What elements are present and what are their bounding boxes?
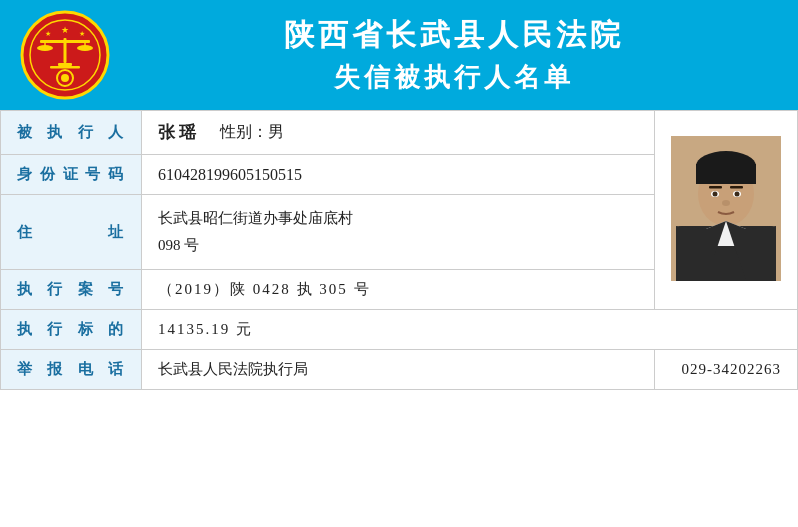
- id-value: 610428199605150515: [142, 155, 655, 195]
- case-label: 执 行 案 号: [1, 270, 142, 310]
- main-container: ★ ★ ★ 陕西省长武县人民法院 失信被执行人名单 被 执 行 人 张瑶 性别：…: [0, 0, 798, 390]
- photo-cell: [655, 111, 798, 310]
- court-logo: ★ ★ ★: [20, 10, 110, 100]
- person-photo: [671, 136, 781, 281]
- amount-label: 执 行 标 的: [1, 310, 142, 350]
- subject-label: 被 执 行 人: [1, 111, 142, 155]
- svg-rect-26: [730, 186, 743, 189]
- subject-name: 张瑶: [158, 121, 200, 144]
- svg-text:★: ★: [45, 30, 51, 38]
- svg-point-23: [713, 191, 718, 196]
- info-table: 被 执 行 人 张瑶 性别：男: [0, 110, 798, 390]
- header-title: 陕西省长武县人民法院 失信被执行人名单: [130, 15, 778, 95]
- svg-rect-25: [709, 186, 722, 189]
- list-title: 失信被执行人名单: [130, 60, 778, 95]
- report-row: 举 报 电 话 长武县人民法院执行局 029-34202263: [1, 350, 798, 390]
- subject-value: 张瑶 性别：男: [142, 111, 655, 155]
- svg-text:★: ★: [79, 30, 85, 38]
- amount-value: 14135.19 元: [142, 310, 798, 350]
- header: ★ ★ ★ 陕西省长武县人民法院 失信被执行人名单: [0, 0, 798, 110]
- address-value: 长武县昭仁街道办事处庙底村 098 号: [142, 195, 655, 270]
- svg-rect-8: [58, 63, 72, 66]
- svg-text:★: ★: [61, 25, 69, 35]
- svg-rect-9: [50, 66, 80, 69]
- name-gender-row: 张瑶 性别：男: [158, 121, 638, 144]
- svg-point-11: [61, 74, 69, 82]
- svg-rect-20: [696, 164, 756, 184]
- svg-rect-3: [64, 38, 67, 63]
- amount-row: 执 行 标 的 14135.19 元: [1, 310, 798, 350]
- court-name: 陕西省长武县人民法院: [130, 15, 778, 56]
- gender-label: 性别：男: [220, 122, 284, 143]
- svg-point-24: [735, 191, 740, 196]
- report-org: 长武县人民法院执行局: [142, 350, 655, 390]
- address-label: 住 址: [1, 195, 142, 270]
- report-label: 举 报 电 话: [1, 350, 142, 390]
- case-value: （2019）陕 0428 执 305 号: [142, 270, 655, 310]
- subject-row: 被 执 行 人 张瑶 性别：男: [1, 111, 798, 155]
- svg-point-27: [722, 200, 730, 206]
- report-phone: 029-34202263: [655, 350, 798, 390]
- id-label: 身 份 证 号 码: [1, 155, 142, 195]
